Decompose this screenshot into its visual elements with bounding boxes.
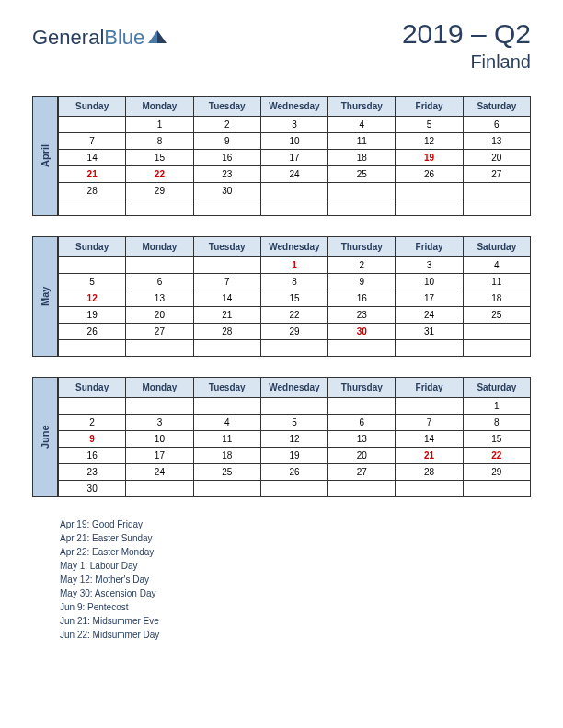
calendar-cell: 12 — [396, 133, 463, 150]
calendar-cell: 6 — [463, 117, 530, 133]
calendar-cell: 25 — [328, 166, 396, 183]
calendar-cell: 19 — [59, 307, 126, 324]
calendar-cell: 15 — [126, 150, 193, 166]
calendar-cell: 9 — [328, 274, 396, 290]
holidays-list: Apr 19: Good FridayApr 21: Easter Sunday… — [60, 518, 531, 642]
calendar-cell: 5 — [396, 117, 463, 133]
calendar-cell — [126, 481, 193, 497]
calendar-cell — [126, 398, 193, 415]
day-header: Monday — [126, 237, 193, 257]
calendar-cell: 17 — [396, 290, 463, 307]
logo-general: General — [32, 26, 104, 49]
day-header: Sunday — [59, 97, 126, 117]
calendar-cell: 29 — [260, 324, 327, 340]
calendar-cell — [193, 398, 260, 415]
calendar-cell: 10 — [260, 133, 327, 150]
day-header: Friday — [396, 378, 463, 398]
calendar-row: 78910111213 — [59, 133, 531, 150]
calendar-cell: 22 — [260, 307, 327, 324]
calendar-cell: 22 — [463, 448, 530, 464]
calendar-cell: 16 — [328, 290, 396, 307]
calendar-cell: 29 — [126, 183, 193, 199]
holiday-item: Jun 21: Midsummer Eve — [60, 614, 531, 628]
calendar-cell: 14 — [396, 431, 463, 448]
calendar-cell: 29 — [463, 464, 530, 481]
calendar-cell — [126, 340, 193, 357]
calendar-cell — [59, 398, 126, 415]
holiday-item: Jun 9: Pentecost — [60, 600, 531, 614]
calendar-grid: SundayMondayTuesdayWednesdayThursdayFrid… — [58, 377, 531, 497]
calendar-cell: 21 — [59, 166, 126, 183]
calendar-cell — [260, 340, 327, 357]
calendar-cell — [59, 199, 126, 216]
day-header: Tuesday — [193, 237, 260, 257]
holiday-item: Apr 21: Easter Sunday — [60, 531, 531, 545]
calendar-cell: 15 — [260, 290, 327, 307]
calendar-cell — [260, 199, 327, 216]
calendar-cell: 11 — [463, 274, 530, 290]
calendar-cell: 8 — [463, 415, 530, 431]
calendar-cell — [193, 481, 260, 497]
calendar-cell: 30 — [59, 481, 126, 497]
calendar-cell: 18 — [463, 290, 530, 307]
calendar-row: 14151617181920 — [59, 150, 531, 166]
day-header: Friday — [396, 97, 463, 117]
day-header: Sunday — [59, 237, 126, 257]
calendar-row: 21222324252627 — [59, 166, 531, 183]
calendar-cell: 23 — [59, 464, 126, 481]
title-area: 2019 – Q2 Finland — [402, 18, 531, 73]
page-title: 2019 – Q2 — [402, 18, 531, 50]
holiday-item: Apr 19: Good Friday — [60, 518, 531, 531]
calendar-cell: 4 — [328, 117, 396, 133]
calendar-row: 1 — [59, 398, 531, 415]
calendar-cell: 1 — [260, 257, 327, 274]
calendar-cell — [328, 340, 396, 357]
header: GeneralBlue 2019 – Q2 Finland — [32, 18, 531, 73]
calendar-cell: 31 — [396, 324, 463, 340]
calendar-row: 9101112131415 — [59, 431, 531, 448]
calendar-cell: 12 — [59, 290, 126, 307]
calendar-cell: 24 — [260, 166, 327, 183]
calendar-cell: 1 — [126, 117, 193, 133]
calendar-cell: 26 — [59, 324, 126, 340]
day-header: Tuesday — [193, 97, 260, 117]
calendar-row — [59, 340, 531, 357]
calendar-cell: 2 — [59, 415, 126, 431]
calendar-cell: 5 — [59, 274, 126, 290]
calendar-cell: 28 — [59, 183, 126, 199]
calendar-cell: 7 — [59, 133, 126, 150]
calendar-cell: 14 — [193, 290, 260, 307]
calendar-cell: 10 — [396, 274, 463, 290]
calendar-cell: 24 — [126, 464, 193, 481]
calendar-cell: 13 — [328, 431, 396, 448]
calendar-cell: 23 — [328, 307, 396, 324]
calendar-cell: 21 — [396, 448, 463, 464]
calendar-cell — [396, 199, 463, 216]
calendar-row: 16171819202122 — [59, 448, 531, 464]
calendar-cell: 18 — [193, 448, 260, 464]
calendar-cell — [463, 340, 530, 357]
calendar-cell: 24 — [396, 307, 463, 324]
calendar-cell: 28 — [396, 464, 463, 481]
day-header: Thursday — [328, 378, 396, 398]
calendar-row: 567891011 — [59, 274, 531, 290]
day-header: Thursday — [328, 237, 396, 257]
calendar-cell: 1 — [463, 398, 530, 415]
calendar-cell: 19 — [260, 448, 327, 464]
calendar-cell — [260, 398, 327, 415]
calendar-cell: 25 — [463, 307, 530, 324]
calendar-cell: 3 — [260, 117, 327, 133]
day-header: Wednesday — [260, 237, 327, 257]
calendar-cell — [463, 324, 530, 340]
calendar-row: 1234 — [59, 257, 531, 274]
calendar-cell: 9 — [59, 431, 126, 448]
day-header: Thursday — [328, 97, 396, 117]
holiday-item: May 30: Ascension Day — [60, 586, 531, 600]
calendar-cell — [463, 199, 530, 216]
calendar-cell: 27 — [126, 324, 193, 340]
calendar-row: 23242526272829 — [59, 464, 531, 481]
day-header: Tuesday — [193, 378, 260, 398]
calendar-cell: 19 — [396, 150, 463, 166]
calendar-cell: 12 — [260, 431, 327, 448]
calendar-cell: 21 — [193, 307, 260, 324]
